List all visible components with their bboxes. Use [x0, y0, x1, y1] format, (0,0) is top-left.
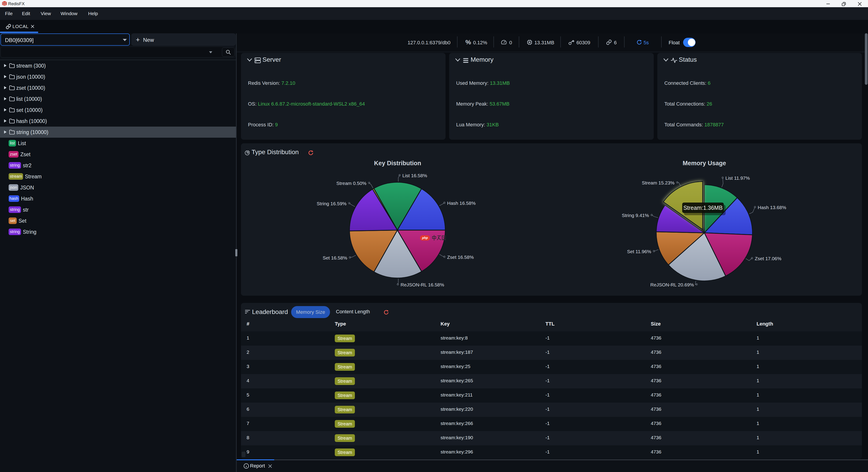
svg-text:Zset 17.06%: Zset 17.06% [755, 256, 781, 261]
svg-text:Hash 16.58%: Hash 16.58% [447, 200, 475, 206]
svg-text:Zset 16.58%: Zset 16.58% [447, 255, 474, 260]
svg-text:List 11.97%: List 11.97% [725, 176, 750, 181]
svg-text:Stream 15.23%: Stream 15.23% [642, 180, 675, 185]
svg-text:String 16.59%: String 16.59% [317, 201, 346, 206]
svg-text:ReJSON-RL 16.58%: ReJSON-RL 16.58% [401, 282, 444, 287]
svg-text:Set 16.58%: Set 16.58% [322, 255, 347, 260]
svg-text:Set 11.96%: Set 11.96% [627, 249, 651, 254]
svg-text:Stream 0.50%: Stream 0.50% [336, 181, 366, 186]
svg-text:String 9.41%: String 9.41% [622, 213, 649, 218]
svg-text:ReJSON-RL 20.69%: ReJSON-RL 20.69% [650, 282, 694, 287]
svg-text:Hash 13.68%: Hash 13.68% [758, 205, 786, 210]
svg-text:List 16.58%: List 16.58% [402, 173, 427, 178]
